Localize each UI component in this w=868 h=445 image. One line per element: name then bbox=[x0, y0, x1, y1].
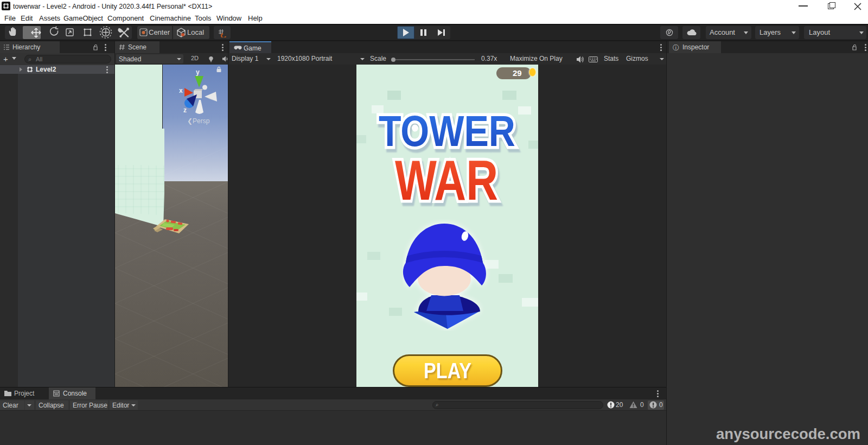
svg-text:PLAY: PLAY bbox=[424, 359, 471, 383]
svg-text:x: x bbox=[179, 87, 183, 94]
svg-text:y: y bbox=[196, 69, 200, 76]
svg-text:WAR: WAR bbox=[395, 149, 498, 211]
svg-text:TOWER: TOWER bbox=[379, 107, 515, 155]
svg-text:z: z bbox=[183, 106, 187, 114]
